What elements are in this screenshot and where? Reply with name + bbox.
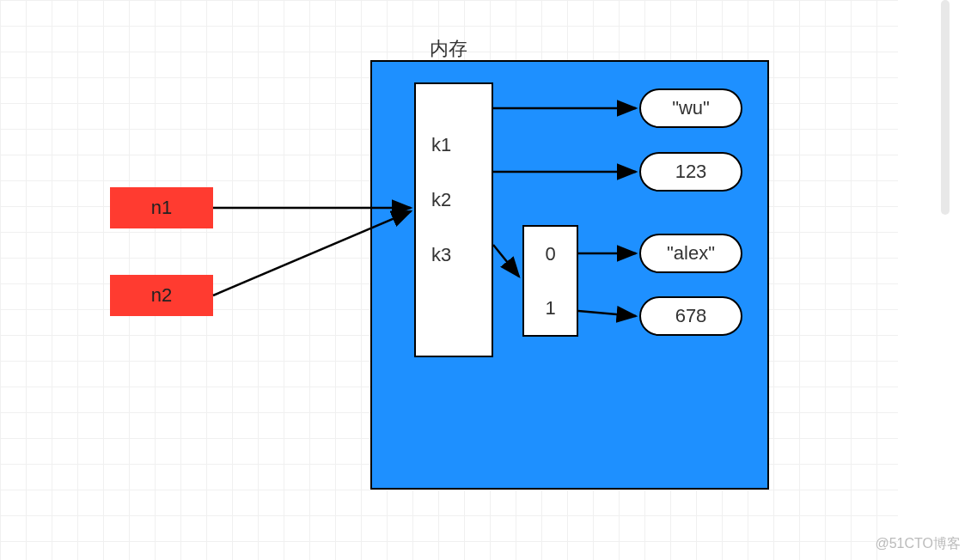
watermark: @51CTO博客	[875, 535, 961, 553]
list-object: 0 1	[522, 225, 578, 337]
var-n1: n1	[110, 187, 213, 228]
value-alex: "alex"	[639, 234, 742, 273]
list-index-1: 1	[545, 297, 555, 320]
dict-key-k1: k1	[431, 134, 492, 156]
value-wu: "wu"	[639, 88, 742, 128]
var-n2: n2	[110, 275, 213, 316]
value-123: 123	[639, 152, 742, 192]
dict-key-k3: k3	[431, 244, 492, 266]
scrollbar-stub	[941, 0, 950, 215]
memory-title: 内存	[430, 36, 467, 62]
list-index-0: 0	[545, 243, 555, 265]
value-678: 678	[639, 296, 742, 336]
dict-key-k2: k2	[431, 189, 492, 211]
dict-object: k1 k2 k3	[414, 82, 493, 357]
